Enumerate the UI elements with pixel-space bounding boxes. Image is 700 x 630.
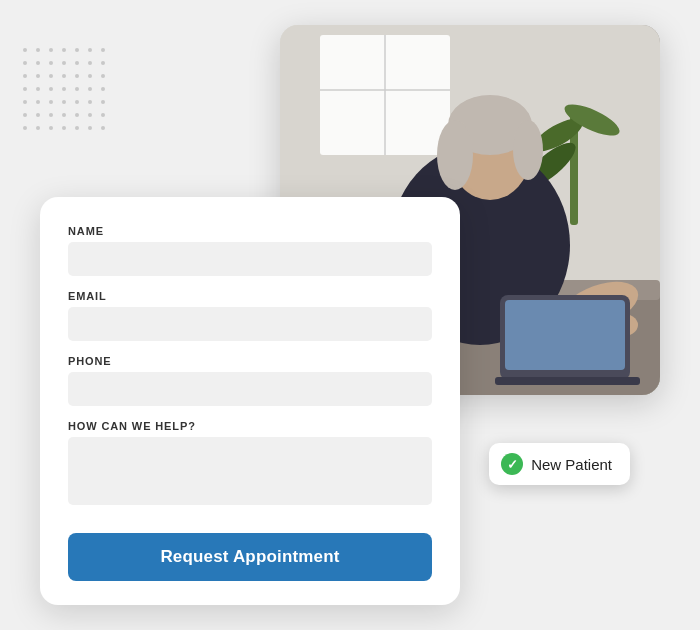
phone-field: PHONE: [68, 355, 432, 406]
scene: NAME EMAIL PHONE HOW CAN WE HELP? Reques…: [40, 25, 660, 605]
email-label: EMAIL: [68, 290, 432, 302]
message-input[interactable]: [68, 437, 432, 505]
svg-point-13: [437, 120, 473, 190]
message-label: HOW CAN WE HELP?: [68, 420, 432, 432]
badge-text: New Patient: [531, 456, 612, 473]
form-card: NAME EMAIL PHONE HOW CAN WE HELP? Reques…: [40, 197, 460, 605]
submit-button[interactable]: Request Appointment: [68, 533, 432, 581]
svg-rect-19: [495, 377, 640, 385]
phone-label: PHONE: [68, 355, 432, 367]
email-field: EMAIL: [68, 290, 432, 341]
svg-rect-18: [505, 300, 625, 370]
check-circle-icon: [501, 453, 523, 475]
new-patient-badge: New Patient: [489, 443, 630, 485]
svg-point-14: [513, 120, 543, 180]
name-field: NAME: [68, 225, 432, 276]
dot-grid-top-left: [20, 45, 110, 135]
phone-input[interactable]: [68, 372, 432, 406]
email-input[interactable]: [68, 307, 432, 341]
name-label: NAME: [68, 225, 432, 237]
message-field: HOW CAN WE HELP?: [68, 420, 432, 509]
name-input[interactable]: [68, 242, 432, 276]
